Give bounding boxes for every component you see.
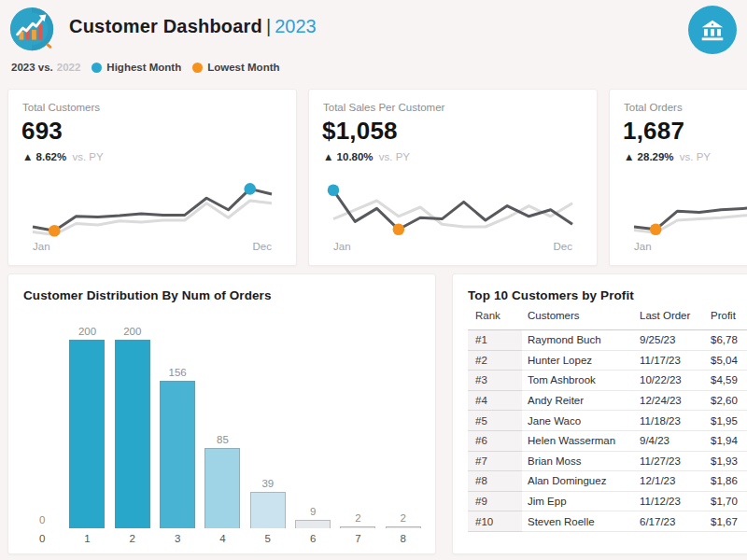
delta-up-arrow-icon: ▲ (323, 151, 333, 162)
bar-slot: 2 (335, 321, 380, 528)
kpi-delta: ▲ 10.80% vs. PY (323, 151, 597, 162)
lowest-month-dot[interactable] (49, 225, 61, 237)
delta-percent: 10.80% (337, 151, 374, 162)
profit-cell: $1,70 (709, 492, 747, 512)
bar-value-label: 200 (78, 326, 96, 337)
bar-slot: 9 (290, 321, 335, 528)
rank-cell: #4 (468, 391, 522, 412)
last-order-cell: 12/1/23 (634, 471, 709, 492)
bar-slot: 0 (20, 321, 64, 528)
bar-mark-orders-8[interactable] (386, 526, 421, 528)
sparkline-axis: Jan Dec (33, 241, 272, 252)
x-tick-label: 2 (110, 533, 155, 544)
profit-cell: $1,67 (709, 511, 747, 532)
bar-mark-orders-7[interactable] (340, 526, 375, 528)
table-row[interactable]: #8Alan Dominguez12/1/23$1,86 (468, 471, 747, 492)
bar-value-label: 0 (39, 514, 45, 525)
axis-label-dec: Dec (554, 241, 572, 252)
delta-percent: 8.62% (36, 151, 67, 162)
table-row[interactable]: #4Andy Reiter12/24/23$2,60 (468, 391, 747, 412)
bar-mark-orders-1[interactable] (69, 340, 105, 528)
rank-cell: #6 (468, 431, 522, 452)
profit-cell: $1,86 (709, 471, 747, 492)
last-order-cell: 12/24/23 (634, 391, 709, 412)
bar-mark-orders-2[interactable] (115, 340, 150, 528)
delta-suffix: vs. PY (680, 151, 711, 162)
bar-value-label: 2 (401, 512, 406, 524)
last-order-cell: 10/22/23 (634, 371, 709, 391)
top-customers-table-card: Top 10 Customers by Profit Rank Customer… (452, 273, 747, 554)
bar-chart-title: Customer Distribution By Num of Orders (23, 288, 435, 302)
table-row[interactable]: #5Jane Waco11/18/23$1,95 (468, 411, 747, 431)
profit-cell: $4,59 (709, 371, 747, 391)
customer-cell: Jane Waco (522, 411, 634, 431)
last-order-cell: 6/17/23 (634, 511, 709, 532)
kpi-card-total-orders: Total Orders 1,687 ▲ 28.29% vs. PY Jan D… (609, 89, 747, 266)
header-customers: Customers (522, 310, 634, 321)
customer-cell: Brian Moss (522, 452, 634, 472)
last-order-cell: 9/25/23 (634, 330, 709, 351)
kpi-label: Total Customers (22, 102, 296, 113)
table-row[interactable]: #2Hunter Lopez11/17/23$5,04 (468, 351, 747, 371)
dashboard-page: { "header": { "title": "Customer Dashboa… (0, 0, 747, 560)
delta-suffix: vs. PY (72, 151, 103, 162)
customer-cell: Jim Epp (522, 492, 634, 512)
trend-line (634, 190, 747, 230)
legend-secondary-label: 2022 (57, 62, 81, 73)
axis-label-jan: Jan (33, 241, 50, 252)
rank-cell: #1 (468, 330, 522, 351)
x-tick-label: 3 (155, 533, 200, 544)
x-tick-label: 1 (64, 533, 109, 544)
table-row[interactable]: #7Brian Moss11/27/23$1,93 (468, 452, 747, 472)
header-profit: Profit (709, 310, 747, 321)
kpi-value: $1,058 (322, 117, 597, 146)
bar-slot: 85 (200, 321, 245, 528)
legend-primary-label: 2023 vs. (11, 62, 53, 73)
bar-mark-orders-6[interactable] (295, 520, 331, 528)
bar-slot: 200 (110, 321, 155, 528)
rank-cell: #8 (468, 471, 522, 492)
top-customers-table: Rank Customers Last Order Profit #1Raymo… (468, 310, 747, 532)
sparkline-axis: Jan Dec (333, 241, 572, 252)
customer-cell: Andy Reiter (522, 391, 634, 412)
bar-mark-orders-5[interactable] (250, 492, 286, 528)
table-row[interactable]: #9Jim Epp11/12/23$1,70 (468, 492, 747, 512)
delta-up-arrow-icon: ▲ (624, 151, 634, 162)
title-year: 2023 (275, 16, 317, 36)
customer-cell: Hunter Lopez (522, 351, 634, 371)
axis-label-jan: Jan (333, 241, 351, 252)
bar-value-label: 200 (123, 326, 141, 337)
kpi-card-total-sales-per-customer: Total Sales Per Customer $1,058 ▲ 10.80%… (308, 89, 598, 266)
highest-month-dot[interactable] (244, 183, 256, 195)
highest-month-dot-icon (92, 63, 102, 73)
table-row[interactable]: #1Raymond Buch9/25/23$6,78 (468, 330, 747, 351)
bar-value-label: 156 (169, 367, 187, 378)
x-tick-label: 6 (290, 533, 335, 544)
profit-cell: $2,60 (709, 391, 747, 412)
highest-month-dot[interactable] (328, 185, 340, 197)
table-row[interactable]: #10Steven Roelle6/17/23$1,67 (468, 511, 747, 532)
bar-value-label: 9 (310, 506, 316, 517)
header-rank: Rank (468, 310, 522, 321)
profit-cell: $6,78 (709, 330, 747, 351)
rank-cell: #7 (468, 452, 522, 472)
x-tick-label: 0 (20, 533, 64, 544)
kpi-value: 1,687 (623, 117, 747, 146)
table-header-row: Rank Customers Last Order Profit (468, 310, 747, 329)
bank-button[interactable] (688, 6, 737, 54)
legend-highest-label: Highest Month (106, 62, 181, 73)
axis-label-dec: Dec (253, 241, 272, 252)
kpi-card-total-customers: Total Customers 693 ▲ 8.62% vs. PY Jan D… (7, 89, 297, 266)
bar-value-label: 39 (261, 478, 274, 489)
customer-cell: Helen Wasserman (522, 431, 634, 452)
bar-mark-orders-4[interactable] (204, 448, 240, 528)
table-row[interactable]: #6Helen Wasserman9/4/23$1,94 (468, 431, 747, 452)
lowest-month-dot[interactable] (393, 224, 405, 236)
rank-cell: #2 (468, 351, 522, 371)
bar-mark-orders-3[interactable] (160, 381, 195, 528)
lowest-month-dot[interactable] (650, 224, 662, 236)
rank-cell: #5 (468, 411, 522, 431)
legend: 2023 vs. 2022 Highest Month Lowest Month (11, 62, 280, 73)
table-row[interactable]: #3Tom Ashbrook10/22/23$4,59 (468, 371, 747, 391)
header-last-order: Last Order (634, 310, 709, 321)
